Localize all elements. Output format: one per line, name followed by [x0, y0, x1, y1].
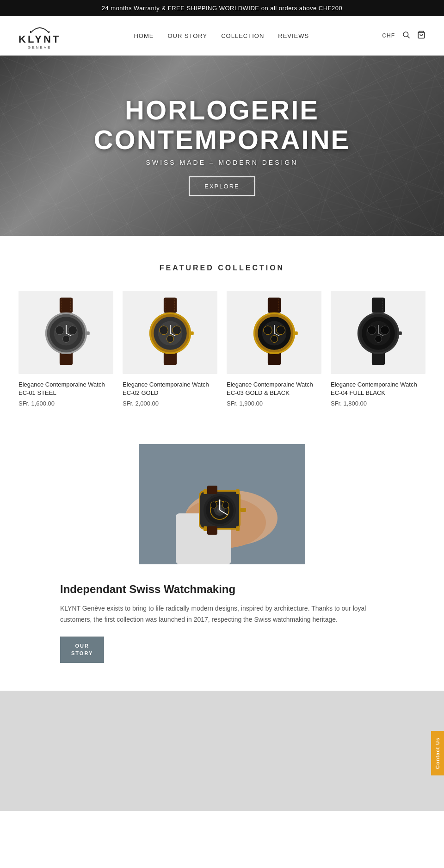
svg-point-77	[375, 336, 382, 343]
nav-collection[interactable]: COLLECTION	[221, 32, 264, 39]
product-card-ec02[interactable]: Elegance Contemporaine Watch EC-02 GOLD …	[123, 291, 217, 407]
product-image-ec04	[331, 291, 426, 374]
nav-reviews[interactable]: REVIEWS	[278, 32, 309, 39]
products-grid: Elegance Contemporaine Watch EC-01 STEEL…	[18, 291, 426, 407]
header-icons: CHF	[382, 31, 426, 41]
product-image-ec03	[227, 291, 321, 374]
featured-collection-section: FEATURED COLLECTION	[0, 236, 444, 425]
watch-illustration-ec01	[34, 295, 99, 369]
footer-gray-area	[0, 691, 444, 811]
svg-line-3	[407, 36, 409, 38]
svg-point-62	[276, 326, 285, 335]
svg-rect-52	[267, 298, 280, 313]
contact-us-button[interactable]: Contact Us	[431, 731, 444, 775]
story-cta-button[interactable]: OURSTORY	[60, 637, 104, 663]
story-heading: Independant Swiss Watchmaking	[60, 583, 384, 596]
product-image-ec01	[18, 291, 113, 374]
product-card-ec04[interactable]: Elegance Contemporaine Watch EC-04 FULL …	[331, 291, 426, 407]
watch-illustration-ec03	[242, 295, 307, 369]
nav-our-story[interactable]: OUR STORY	[167, 32, 207, 39]
search-button[interactable]	[402, 31, 410, 41]
svg-point-2	[403, 32, 408, 37]
currency-selector[interactable]: CHF	[382, 32, 395, 39]
hero-content: HORLOGERIE CONTEMPORAINE SWISS MADE – MO…	[94, 95, 351, 197]
svg-rect-74	[397, 331, 401, 335]
product-name-ec02: Elegance Contemporaine Watch EC-02 GOLD	[123, 381, 217, 397]
svg-point-92	[222, 502, 229, 508]
svg-point-91	[210, 502, 217, 508]
svg-rect-60	[293, 331, 297, 335]
story-section: Independant Swiss Watchmaking KLYNT Genè…	[0, 425, 444, 691]
svg-rect-98	[236, 526, 240, 531]
product-image-ec02	[123, 291, 217, 374]
svg-point-33	[55, 326, 64, 335]
svg-rect-96	[236, 489, 240, 494]
logo-icon	[28, 22, 51, 33]
svg-point-61	[263, 326, 272, 335]
search-icon	[402, 31, 410, 39]
svg-point-76	[380, 326, 389, 335]
logo[interactable]: KLYNT GENEVE	[18, 22, 61, 50]
product-name-ec03: Elegance Contemporaine Watch EC-03 GOLD …	[227, 381, 321, 397]
svg-rect-24	[59, 298, 72, 313]
hero-explore-button[interactable]: EXPLORE	[189, 176, 255, 196]
svg-point-49	[166, 336, 173, 343]
logo-sub: GENEVE	[28, 45, 51, 50]
svg-rect-46	[189, 331, 193, 335]
product-name-ec01: Elegance Contemporaine Watch EC-01 STEEL	[18, 381, 113, 397]
svg-rect-94	[207, 526, 217, 535]
svg-rect-38	[163, 298, 176, 313]
product-name-ec04: Elegance Contemporaine Watch EC-04 FULL …	[331, 381, 426, 397]
story-text: KLYNT Genève exists to bring to life rad…	[60, 603, 384, 625]
hero-title: HORLOGERIE CONTEMPORAINE	[94, 95, 351, 155]
product-price-ec04: SFr. 1,800.00	[331, 400, 426, 407]
svg-point-47	[159, 326, 168, 335]
story-watch-image	[139, 444, 305, 564]
svg-point-48	[172, 326, 181, 335]
svg-point-63	[271, 336, 278, 343]
cart-button[interactable]	[417, 31, 426, 41]
svg-rect-66	[371, 298, 384, 313]
svg-rect-95	[204, 489, 207, 494]
svg-rect-93	[207, 486, 217, 494]
svg-rect-32	[85, 331, 89, 335]
product-card-ec01[interactable]: Elegance Contemporaine Watch EC-01 STEEL…	[18, 291, 113, 407]
svg-rect-97	[204, 526, 207, 531]
svg-point-75	[367, 326, 376, 335]
watch-illustration-ec02	[138, 295, 203, 369]
story-content: Independant Swiss Watchmaking KLYNT Genè…	[60, 583, 384, 663]
product-price-ec02: SFr. 2,000.00	[123, 400, 217, 407]
header: KLYNT GENEVE HOME OUR STORY COLLECTION R…	[0, 16, 444, 56]
svg-point-34	[68, 326, 77, 335]
cart-icon	[417, 31, 426, 39]
story-image	[139, 444, 305, 564]
main-nav: HOME OUR STORY COLLECTION REVIEWS	[134, 32, 309, 39]
product-price-ec01: SFr. 1,600.00	[18, 400, 113, 407]
nav-home[interactable]: HOME	[134, 32, 154, 39]
announcement-text: 24 months Warranty & FREE SHIPPING WORLD…	[102, 5, 343, 12]
logo-text: KLYNT	[18, 33, 61, 45]
svg-rect-99	[240, 508, 246, 512]
hero-section: HORLOGERIE CONTEMPORAINE SWISS MADE – MO…	[0, 56, 444, 236]
watch-illustration-ec04	[346, 295, 411, 369]
hero-subtitle: SWISS MADE – MODERN DESIGN	[94, 159, 351, 166]
featured-collection-title: FEATURED COLLECTION	[18, 264, 426, 272]
product-card-ec03[interactable]: Elegance Contemporaine Watch EC-03 GOLD …	[227, 291, 321, 407]
svg-point-35	[62, 336, 69, 343]
product-price-ec03: SFr. 1,900.00	[227, 400, 321, 407]
announcement-bar: 24 months Warranty & FREE SHIPPING WORLD…	[0, 0, 444, 16]
